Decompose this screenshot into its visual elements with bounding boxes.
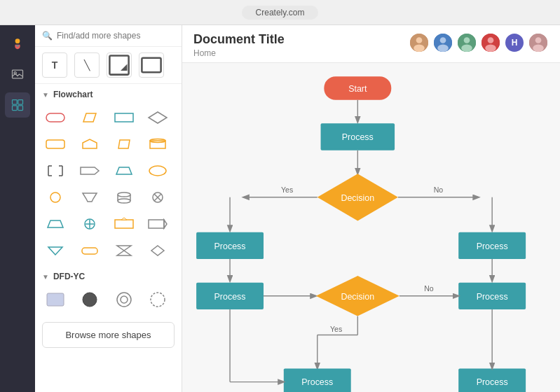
dfd-shapes-grid	[35, 284, 182, 315]
shape-funnel[interactable]	[75, 185, 104, 210]
document-title[interactable]: Document Title	[193, 32, 285, 47]
svg-text:Process: Process	[301, 377, 333, 387]
svg-point-55	[461, 45, 472, 52]
svg-point-44	[117, 293, 131, 307]
svg-point-0	[15, 38, 20, 43]
shape-drum[interactable]	[109, 185, 139, 210]
svg-marker-22	[83, 193, 97, 202]
doc-info: Document Title Home	[193, 32, 285, 58]
svg-rect-3	[13, 100, 18, 105]
svg-marker-40	[117, 246, 131, 255]
svg-point-51	[440, 37, 446, 43]
svg-rect-34	[115, 220, 133, 228]
flowchart-label: Flowchart	[53, 90, 93, 99]
shape-circle-plus[interactable]	[75, 211, 104, 237]
shape-trapezoid[interactable]	[109, 158, 139, 183]
dfd-shape-3[interactable]	[109, 287, 139, 312]
svg-text:Decision: Decision	[341, 292, 374, 302]
icon-bar	[0, 25, 35, 392]
svg-text:Process: Process	[214, 241, 246, 251]
shape-trapezoid-inv[interactable]	[41, 211, 70, 237]
flowchart-shapes-grid	[35, 102, 182, 266]
dfd-shape-2[interactable]	[75, 287, 104, 312]
image-tool-icon[interactable]	[5, 62, 30, 87]
url-bar[interactable]: Creately.com	[242, 6, 319, 20]
svg-point-43	[83, 293, 97, 307]
svg-rect-7	[109, 55, 128, 74]
shape-ellipse[interactable]	[143, 158, 172, 183]
shape-cylinder[interactable]	[143, 132, 172, 157]
search-bar: 🔍	[35, 25, 182, 47]
note-tool[interactable]	[107, 52, 132, 78]
svg-rect-39	[82, 248, 97, 254]
svg-marker-12	[149, 112, 167, 123]
svg-rect-4	[18, 100, 23, 105]
line-tool[interactable]: ╲	[74, 52, 100, 78]
svg-point-48	[416, 37, 423, 43]
svg-point-60	[535, 37, 542, 43]
canvas-area: Document Title Home H	[182, 25, 560, 392]
shape-triangle-down[interactable]	[41, 238, 70, 263]
dfd-shape-1[interactable]	[41, 287, 70, 312]
svg-point-45	[121, 296, 128, 303]
logo-icon[interactable]	[5, 31, 30, 56]
avatar-h: H	[504, 32, 525, 53]
dfd-section-header[interactable]: ▼ DFD-YC	[35, 266, 182, 284]
shape-parallelogram[interactable]	[75, 105, 104, 130]
search-icon: 🔍	[42, 31, 53, 41]
svg-text:Process: Process	[342, 132, 374, 142]
shape-x-circle[interactable]	[143, 185, 172, 210]
flowchart-section-header[interactable]: ▼ Flowchart	[35, 84, 182, 102]
shapes-panel: 🔍 T ╲ ▼ Flowchart	[35, 25, 182, 392]
dfd-shape-4[interactable]	[143, 287, 172, 312]
svg-marker-41	[151, 246, 164, 255]
svg-marker-37	[164, 220, 167, 228]
avatar-2	[432, 32, 453, 53]
svg-text:Process: Process	[214, 292, 246, 302]
rect-tool[interactable]	[139, 52, 164, 78]
svg-marker-14	[83, 139, 97, 148]
svg-point-57	[488, 37, 494, 43]
breadcrumb: Home	[193, 48, 285, 58]
shape-stadium[interactable]	[41, 105, 70, 130]
shape-stadium-orange[interactable]	[75, 238, 104, 263]
shape-rect-flag[interactable]	[143, 211, 172, 237]
search-input[interactable]	[57, 31, 175, 41]
shape-circle[interactable]	[41, 185, 70, 210]
shape-arrow-rect[interactable]	[75, 158, 104, 183]
browse-shapes-button[interactable]: Browse more shapes	[42, 322, 175, 348]
chevron-dfd-icon: ▼	[42, 273, 49, 281]
svg-text:No: No	[434, 186, 444, 194]
svg-rect-1	[13, 70, 23, 78]
avatars-group: H	[409, 32, 549, 53]
shapes-tool-icon[interactable]	[5, 92, 30, 118]
canvas[interactable]: Start Process Decision Yes No	[182, 63, 560, 392]
svg-rect-6	[18, 106, 23, 111]
svg-marker-10	[83, 113, 96, 122]
dfd-label: DFD-YC	[53, 272, 85, 281]
svg-point-20	[149, 166, 166, 176]
shape-square-brackets[interactable]	[41, 158, 70, 183]
shape-house[interactable]	[75, 132, 104, 157]
svg-point-23	[118, 192, 130, 197]
svg-marker-38	[48, 247, 62, 255]
shape-rounded-rect-orange[interactable]	[41, 132, 70, 157]
svg-text:Decision: Decision	[341, 193, 374, 203]
shape-rounded-para[interactable]	[109, 132, 139, 157]
avatar-3	[456, 32, 477, 53]
svg-rect-5	[13, 106, 18, 111]
shape-hourglass[interactable]	[109, 238, 139, 263]
svg-marker-35	[121, 218, 127, 220]
shape-rect-notch[interactable]	[109, 211, 139, 237]
svg-marker-15	[118, 140, 130, 148]
shape-diamond-small[interactable]	[143, 238, 172, 263]
shape-diamond[interactable]	[143, 105, 172, 130]
text-tool[interactable]: T	[42, 52, 67, 78]
svg-marker-19	[116, 167, 132, 174]
svg-text:Process: Process	[477, 377, 508, 387]
shape-rect-teal[interactable]	[109, 105, 139, 130]
svg-text:No: No	[424, 284, 434, 293]
svg-point-61	[533, 45, 544, 52]
avatar-6	[528, 32, 549, 53]
top-bar: Creately.com	[0, 0, 560, 25]
